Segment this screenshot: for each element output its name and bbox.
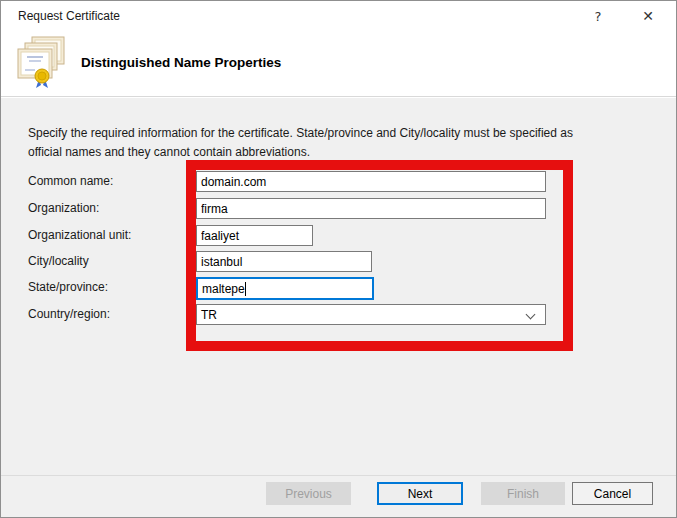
chevron-down-icon	[527, 311, 535, 319]
window-title: Request Certificate	[18, 9, 120, 23]
state-province-input[interactable]	[196, 277, 374, 300]
organizational-unit-input[interactable]	[196, 225, 313, 246]
country-region-select[interactable]: TR	[196, 304, 546, 325]
next-button[interactable]: Next	[377, 482, 463, 505]
wizard-header: Distinguished Name Properties	[1, 31, 676, 97]
text-caret	[245, 282, 246, 296]
finish-button: Finish	[481, 482, 565, 505]
previous-button: Previous	[266, 482, 351, 505]
organizational-unit-label: Organizational unit:	[28, 228, 131, 243]
help-icon[interactable]: ?	[578, 1, 618, 31]
common-name-label: Common name:	[28, 174, 113, 189]
city-locality-input[interactable]	[196, 251, 372, 272]
certificates-icon	[15, 35, 67, 94]
country-region-label: Country/region:	[28, 307, 110, 322]
wizard-content: Specify the required information for the…	[1, 98, 676, 475]
request-certificate-dialog: Request Certificate ? ✕	[0, 0, 677, 518]
organization-input[interactable]	[196, 198, 546, 219]
state-province-label: State/province:	[28, 280, 108, 295]
organization-label: Organization:	[28, 201, 99, 216]
instruction-text: Specify the required information for the…	[28, 124, 593, 162]
city-locality-label: City/locality	[28, 254, 89, 269]
common-name-input[interactable]	[196, 171, 546, 192]
wizard-footer: Previous Next Finish Cancel	[1, 475, 676, 518]
page-title: Distinguished Name Properties	[81, 55, 281, 70]
country-region-value: TR	[201, 308, 217, 322]
cancel-button[interactable]: Cancel	[572, 482, 653, 505]
close-icon[interactable]: ✕	[628, 1, 668, 31]
title-bar: Request Certificate ? ✕	[1, 1, 676, 31]
